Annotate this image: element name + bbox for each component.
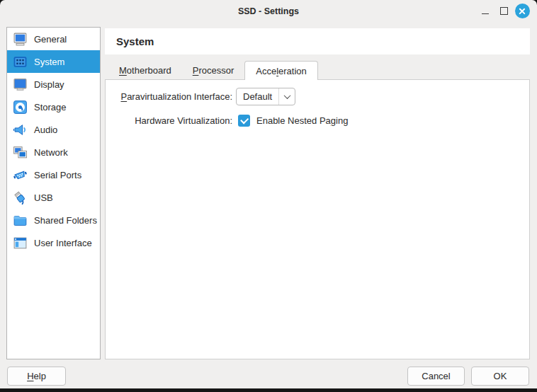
- sidebar-item-audio[interactable]: Audio: [7, 118, 100, 141]
- acceleration-tab-panel: Paravirtualization Interface: Default Ha…: [105, 79, 530, 359]
- close-icon: [515, 4, 530, 18]
- shared-folder-icon: [12, 212, 28, 228]
- sidebar-item-usb[interactable]: USB: [7, 186, 100, 209]
- settings-category-sidebar: General System Display Storage Audio: [6, 27, 101, 359]
- tab-processor[interactable]: Processor: [182, 61, 245, 80]
- sidebar-item-label: General: [34, 34, 67, 45]
- page-header: System: [105, 28, 530, 54]
- sidebar-item-network[interactable]: Network: [7, 141, 100, 163]
- cancel-button[interactable]: Cancel: [407, 367, 465, 386]
- sidebar-item-label: Serial Ports: [34, 170, 81, 180]
- sidebar-item-label: Storage: [34, 102, 67, 113]
- ok-button[interactable]: OK: [471, 367, 529, 386]
- sidebar-item-label: Shared Folders: [34, 215, 97, 226]
- hardware-virtualization-label: Hardware Virtualization:: [106, 115, 232, 126]
- page-title: System: [116, 35, 154, 47]
- sidebar-item-storage[interactable]: Storage: [7, 96, 100, 118]
- sidebar-item-user-interface[interactable]: User Interface: [7, 231, 100, 254]
- settings-window: SSD - Settings General System: [0, 0, 537, 388]
- minimize-icon: [482, 13, 489, 14]
- minimize-button[interactable]: [476, 0, 494, 22]
- sidebar-item-general[interactable]: General: [7, 28, 100, 50]
- window-controls: [476, 0, 531, 22]
- maximize-icon: [500, 7, 508, 15]
- titlebar: SSD - Settings: [0, 0, 537, 22]
- sidebar-item-label: User Interface: [34, 238, 92, 248]
- tab-acceleration[interactable]: Acceleration: [244, 61, 318, 80]
- usb-plug-icon: [12, 190, 28, 205]
- tab-label: Motherboard: [119, 65, 171, 76]
- tab-motherboard[interactable]: Motherboard: [108, 61, 182, 80]
- nested-paging-checkbox-label[interactable]: Enable Nested Paging: [256, 115, 348, 126]
- paravirtualization-row: Paravirtualization Interface: Default: [106, 88, 529, 105]
- paravirtualization-selected-value: Default: [237, 91, 278, 102]
- sidebar-item-serial-ports[interactable]: Serial Ports: [7, 163, 100, 186]
- audio-speaker-icon: [12, 122, 28, 137]
- sidebar-item-label: USB: [34, 192, 53, 203]
- help-button[interactable]: Help: [7, 367, 66, 386]
- chevron-down-icon: [279, 94, 295, 99]
- system-tabs: Motherboard Processor Acceleration: [108, 61, 318, 80]
- sidebar-item-label: Audio: [34, 125, 57, 135]
- storage-disk-icon: [12, 99, 28, 115]
- user-interface-icon: [12, 235, 28, 250]
- network-screens-icon: [12, 144, 28, 160]
- paravirtualization-label: Paravirtualization Interface:: [106, 91, 232, 102]
- sidebar-item-display[interactable]: Display: [7, 73, 100, 96]
- maximize-button[interactable]: [494, 0, 513, 22]
- sidebar-item-label: Network: [34, 147, 68, 158]
- nested-paging-checkbox[interactable]: [238, 115, 250, 127]
- sidebar-item-shared-folders[interactable]: Shared Folders: [7, 209, 100, 231]
- sidebar-item-system[interactable]: System: [7, 50, 100, 73]
- close-button[interactable]: [513, 0, 531, 22]
- acceleration-form: Paravirtualization Interface: Default Ha…: [106, 88, 529, 135]
- sidebar-item-label: Display: [34, 79, 64, 90]
- display-monitor-icon: [12, 76, 28, 92]
- tab-label: Processor: [193, 65, 234, 76]
- hardware-virtualization-row: Hardware Virtualization: Enable Nested P…: [106, 112, 529, 129]
- general-monitor-icon: [12, 31, 28, 47]
- help-button-label: Help: [27, 371, 46, 381]
- system-chip-icon: [12, 54, 28, 69]
- window-title: SSD - Settings: [238, 6, 299, 16]
- sidebar-item-label: System: [34, 57, 64, 67]
- serial-connector-icon: [12, 167, 28, 183]
- tab-label: Acceleration: [256, 66, 307, 76]
- paravirtualization-select[interactable]: Default: [236, 88, 295, 105]
